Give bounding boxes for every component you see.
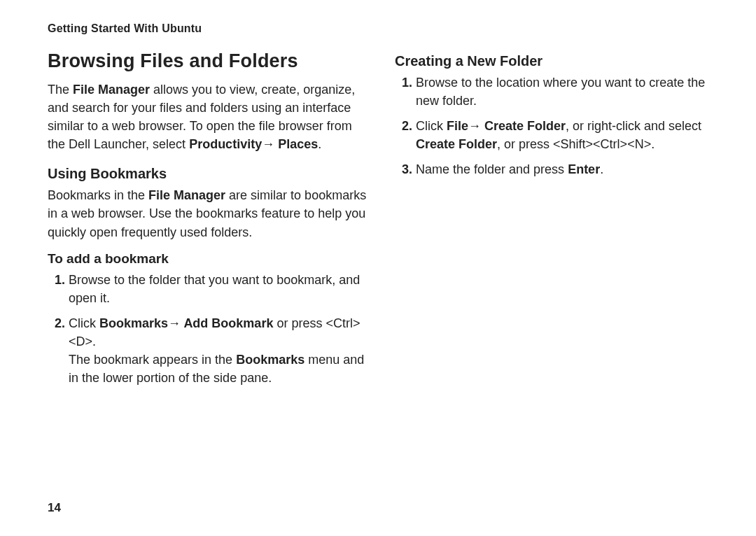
left-column: Browsing Files and Folders The File Mana… (48, 50, 367, 394)
list-item: Browse to the folder that you want to bo… (69, 271, 367, 307)
page-header: Getting Started With Ubuntu (48, 22, 714, 35)
list-item: Name the folder and press Enter. (416, 160, 714, 178)
bookmarks-paragraph: Bookmarks in the File Manager are simila… (48, 186, 367, 241)
add-bookmark-heading: To add a bookmark (48, 251, 367, 267)
list-item: Click Bookmarks→ Add Bookmark or press <… (69, 314, 367, 387)
intro-paragraph: The File Manager allows you to view, cre… (48, 80, 367, 153)
create-folder-heading: Creating a New Folder (395, 53, 714, 69)
add-bookmark-steps: Browse to the folder that you want to bo… (48, 271, 367, 388)
main-heading: Browsing Files and Folders (48, 50, 367, 72)
list-item: Browse to the location where you want to… (416, 73, 714, 110)
create-folder-steps: Browse to the location where you want to… (395, 73, 714, 178)
using-bookmarks-heading: Using Bookmarks (48, 166, 367, 182)
content-columns: Browsing Files and Folders The File Mana… (48, 50, 714, 394)
right-column: Creating a New Folder Browse to the loca… (395, 50, 714, 394)
page-number: 14 (48, 501, 61, 515)
list-item: Click File→ Create Folder, or right-clic… (416, 117, 714, 153)
